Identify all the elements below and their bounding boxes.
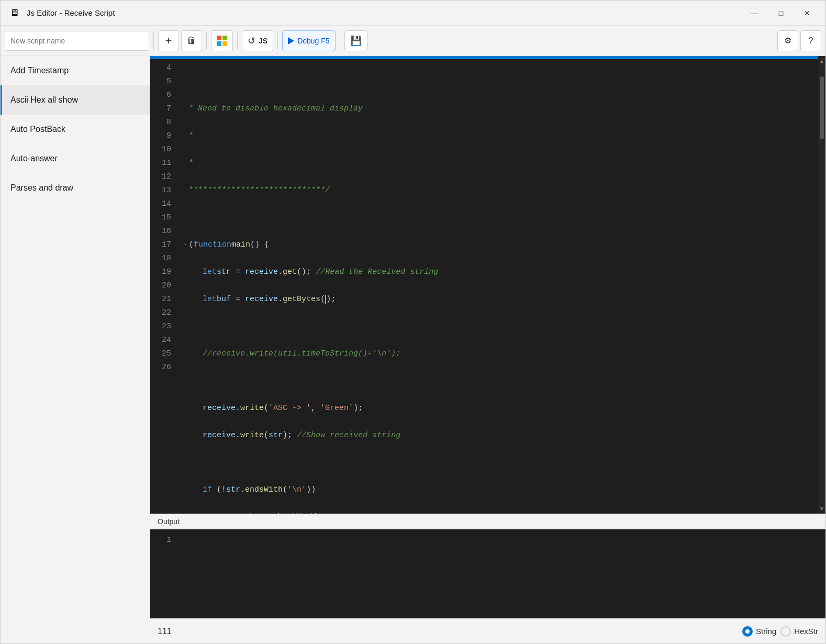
code-line: ⋮receive.write('\n'); <box>184 510 819 514</box>
code-line: * Need to disable hexadecimal display <box>184 102 819 116</box>
code-content[interactable]: * Need to disable hexadecimal display * … <box>177 59 825 514</box>
title-bar: 🖥 Js Editor - Receive Script — □ ✕ <box>1 1 825 26</box>
code-line: receive.write(str); //Show received stri… <box>184 429 819 442</box>
maximize-button[interactable]: □ <box>769 4 793 22</box>
code-line: * <box>184 129 819 143</box>
hexstr-radio-circle[interactable] <box>780 626 791 637</box>
ms-icon <box>217 36 227 46</box>
string-radio[interactable]: String <box>742 626 776 637</box>
scroll-up-arrow[interactable]: ▲ <box>817 59 825 66</box>
string-radio-circle[interactable] <box>742 626 753 637</box>
sidebar-item-label: Auto-answer <box>10 154 58 163</box>
undo-button[interactable]: ↺ JS <box>242 30 273 51</box>
code-line: //receive.write(util.timeToString()+'\n'… <box>184 347 819 361</box>
code-line: let str = receive.get(); //Read the Rece… <box>184 265 819 279</box>
minimize-button[interactable]: — <box>743 4 767 22</box>
code-line <box>184 320 819 334</box>
window-title: Js Editor - Receive Script <box>27 8 743 17</box>
sidebar-item-ascii-hex[interactable]: Ascii Hex all show <box>1 85 150 115</box>
separator-1 <box>153 32 154 49</box>
code-line: let buf = receive.getBytes(); <box>184 293 819 306</box>
status-right: String HexStr <box>742 626 818 637</box>
code-line: ▾(function main() { <box>184 238 819 252</box>
sidebar-item-auto-answer[interactable]: Auto-answer <box>1 144 150 173</box>
app-icon: 🖥 <box>7 6 21 20</box>
debug-button[interactable]: Debug F5 <box>282 30 335 51</box>
code-line: receive.write('ASC -> ', 'Green'); <box>184 402 819 415</box>
js-label: JS <box>259 37 267 45</box>
close-button[interactable]: ✕ <box>795 4 819 22</box>
sidebar-item-parses-draw[interactable]: Parses and draw <box>1 173 150 203</box>
code-line <box>184 75 819 88</box>
scroll-down-arrow[interactable]: ▼ <box>817 504 825 514</box>
code-line: * <box>184 157 819 170</box>
settings-button[interactable]: ⚙ <box>777 30 798 51</box>
save-button[interactable]: 💾 <box>344 30 367 51</box>
status-bar: 111 String HexStr <box>150 618 825 643</box>
help-icon: ? <box>809 36 813 46</box>
code-line: if (!str.endsWith('\n')) <box>184 483 819 497</box>
separator-2 <box>206 32 207 49</box>
delete-icon: 🗑 <box>187 35 196 46</box>
output-editor[interactable]: 1 <box>150 529 825 618</box>
ms-store-button[interactable] <box>211 30 233 51</box>
separator-5 <box>340 32 340 49</box>
code-scroll-area[interactable]: 4 5 6 7 8 9 10 11 12 13 14 15 16 17 <box>150 59 825 514</box>
editor-area: 4 5 6 7 8 9 10 11 12 13 14 15 16 17 <box>150 56 825 643</box>
output-label: Output <box>150 514 825 529</box>
code-line: *****************************/ <box>184 184 819 197</box>
sidebar-item-label: Auto PostBack <box>10 125 65 134</box>
help-button[interactable]: ? <box>800 30 821 51</box>
radio-group: String HexStr <box>742 626 818 637</box>
separator-3 <box>237 32 238 49</box>
code-editor[interactable]: 4 5 6 7 8 9 10 11 12 13 14 15 16 17 <box>150 56 825 514</box>
hexstr-radio[interactable]: HexStr <box>780 626 818 637</box>
add-script-button[interactable]: + <box>158 30 179 51</box>
main-window: 🖥 Js Editor - Receive Script — □ ✕ + 🗑 ↺… <box>0 0 826 644</box>
sidebar: Add Timestamp Ascii Hex all show Auto Po… <box>1 56 150 643</box>
output-line-numbers: 1 <box>150 529 177 618</box>
sidebar-item-auto-postback[interactable]: Auto PostBack <box>1 115 150 144</box>
code-line <box>184 374 819 388</box>
delete-script-button[interactable]: 🗑 <box>181 30 202 51</box>
scroll-thumb[interactable] <box>820 76 824 139</box>
sidebar-item-label: Add Timestamp <box>10 66 69 75</box>
separator-4 <box>277 32 278 49</box>
hexstr-radio-label: HexStr <box>794 627 818 636</box>
code-line <box>184 456 819 470</box>
toolbar: + 🗑 ↺ JS Debug F5 💾 ⚙ <box>1 26 825 56</box>
toolbar-right: ⚙ ? <box>777 30 821 51</box>
sidebar-item-label: Parses and draw <box>10 183 73 193</box>
output-content[interactable] <box>177 529 825 618</box>
output-section: Output 1 <box>150 514 825 618</box>
main-content: Add Timestamp Ascii Hex all show Auto Po… <box>1 56 825 643</box>
sidebar-item-add-timestamp[interactable]: Add Timestamp <box>1 56 150 85</box>
window-controls: — □ ✕ <box>743 4 819 22</box>
undo-icon: ↺ <box>248 35 255 47</box>
sidebar-item-label: Ascii Hex all show <box>10 95 78 105</box>
script-name-input[interactable] <box>5 31 149 51</box>
code-line <box>184 211 819 225</box>
status-number: 111 <box>158 627 172 636</box>
line-numbers: 4 5 6 7 8 9 10 11 12 13 14 15 16 17 <box>150 59 177 514</box>
play-icon <box>288 37 294 45</box>
vertical-scrollbar[interactable]: ▲ ▼ <box>818 59 825 514</box>
gear-icon: ⚙ <box>784 36 791 46</box>
save-icon: 💾 <box>350 35 362 47</box>
string-radio-label: String <box>756 627 776 636</box>
